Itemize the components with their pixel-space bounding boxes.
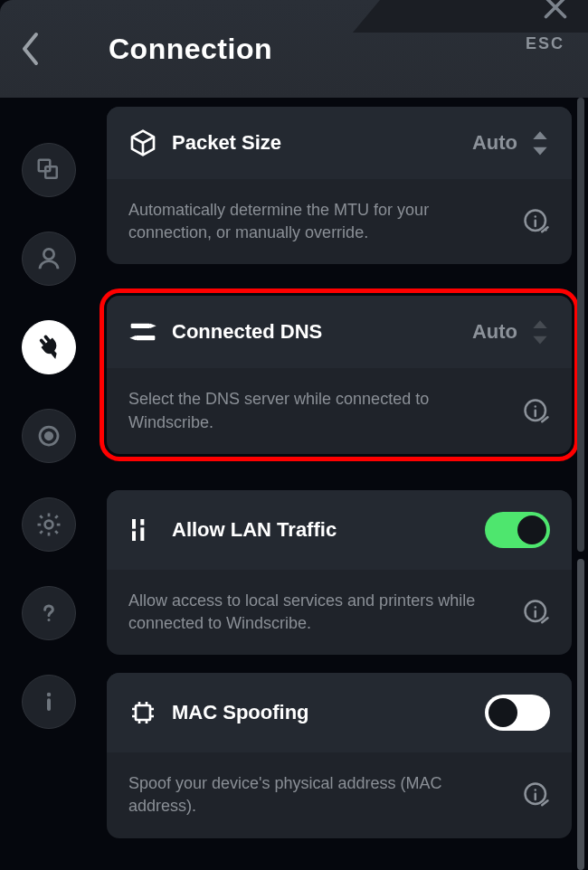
close-button[interactable] (539, 0, 572, 24)
nav-connection[interactable] (22, 320, 76, 374)
card-title: Connected DNS (172, 320, 472, 344)
card-packet-size: Packet Size Auto Automatically determine… (107, 107, 572, 264)
card-title: Packet Size (172, 131, 472, 155)
lan-icon (128, 515, 157, 544)
card-connected-dns: Connected DNS Auto Select the DNS server… (107, 296, 572, 453)
value-stepper[interactable] (530, 318, 550, 346)
svg-marker-11 (150, 324, 156, 328)
nav-account[interactable] (22, 232, 76, 286)
chip-icon (128, 698, 157, 727)
svg-marker-13 (129, 336, 136, 340)
card-allow-lan: Allow LAN Traffic Allow access to local … (107, 490, 572, 655)
info-link-icon[interactable] (523, 208, 550, 235)
svg-rect-17 (140, 519, 144, 525)
nav-about[interactable] (22, 675, 76, 729)
toggle-allow-lan[interactable] (485, 512, 550, 548)
esc-label[interactable]: ESC (526, 34, 564, 53)
card-title: MAC Spoofing (172, 701, 485, 724)
svg-point-4 (45, 432, 52, 440)
svg-point-7 (47, 693, 52, 697)
svg-rect-10 (131, 324, 150, 328)
side-nav (0, 98, 98, 870)
header-bar: Connection ESC (0, 0, 588, 98)
back-button[interactable] (0, 31, 63, 67)
dns-icon (128, 317, 157, 346)
nav-help[interactable] (22, 586, 76, 640)
scrollbar[interactable] (577, 98, 584, 870)
cube-icon (128, 128, 157, 157)
card-value: Auto (472, 131, 517, 155)
info-link-icon[interactable] (523, 398, 550, 425)
nav-general[interactable] (22, 143, 76, 197)
card-value: Auto (472, 320, 517, 344)
svg-rect-21 (136, 705, 150, 720)
svg-point-6 (48, 619, 51, 621)
nav-robert[interactable] (22, 409, 76, 463)
svg-point-5 (45, 521, 53, 529)
card-desc-text: Select the DNS server while connected to… (128, 388, 508, 433)
page-title: Connection (63, 33, 272, 66)
card-desc-text: Spoof your device's physical address (MA… (128, 772, 508, 818)
page-body: Packet Size Auto Automatically determine… (0, 98, 588, 870)
svg-rect-16 (132, 531, 136, 541)
svg-rect-15 (132, 519, 136, 529)
svg-point-2 (43, 249, 53, 259)
card-desc-text: Allow access to local services and print… (128, 590, 508, 635)
card-title: Allow LAN Traffic (172, 518, 485, 542)
card-desc-text: Automatically determine the MTU for your… (128, 199, 508, 244)
svg-rect-8 (47, 698, 51, 711)
svg-rect-12 (136, 336, 155, 340)
card-head-packet-size: Packet Size Auto (107, 107, 572, 179)
card-head-mac-spoof: MAC Spoofing (107, 673, 572, 752)
toggle-mac-spoof[interactable] (485, 695, 550, 731)
info-link-icon[interactable] (523, 781, 550, 809)
value-stepper[interactable] (530, 129, 550, 157)
card-head-allow-lan: Allow LAN Traffic (107, 490, 572, 570)
card-mac-spoof: MAC Spoofing Spoof your device's physica… (107, 673, 572, 837)
settings-content: Packet Size Auto Automatically determine… (98, 98, 588, 870)
svg-rect-18 (140, 527, 144, 541)
nav-advanced[interactable] (22, 497, 76, 552)
info-link-icon[interactable] (523, 599, 550, 626)
card-head-connected-dns: Connected DNS Auto (107, 296, 572, 368)
